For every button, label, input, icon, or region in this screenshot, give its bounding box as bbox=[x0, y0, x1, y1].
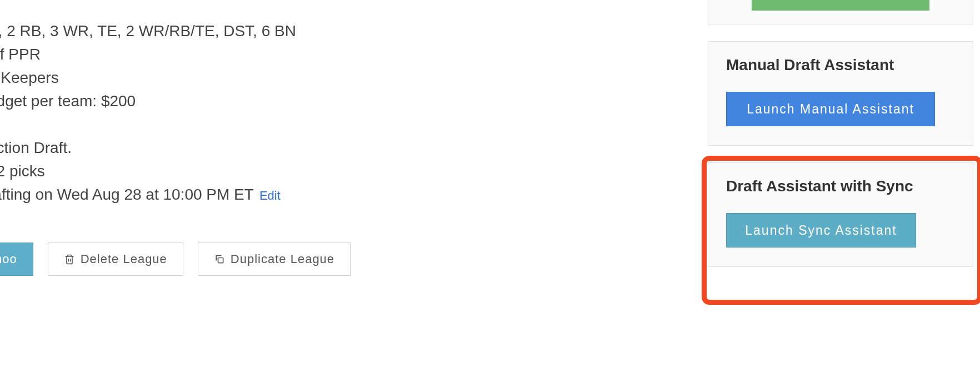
sync-draft-card: Draft Assistant with Sync Launch Sync As… bbox=[708, 162, 973, 267]
draft-time-line: rafting on Wed Aug 28 at 10:00 PM ET bbox=[0, 183, 254, 206]
launch-sync-assistant-label: Launch Sync Assistant bbox=[745, 223, 897, 238]
manual-draft-title: Manual Draft Assistant bbox=[708, 42, 973, 80]
launch-sync-assistant-button[interactable]: Launch Sync Assistant bbox=[726, 213, 916, 248]
sync-draft-title: Draft Assistant with Sync bbox=[708, 163, 973, 201]
scoring-line: alf PPR bbox=[0, 43, 556, 66]
mock-draft-card: Start a Mock Draft bbox=[708, 0, 973, 24]
duplicate-league-label: Duplicate League bbox=[231, 252, 334, 266]
yahoo-button-label: hoo bbox=[0, 252, 17, 266]
delete-league-label: Delete League bbox=[81, 252, 167, 266]
copy-icon bbox=[214, 254, 225, 265]
start-mock-draft-button[interactable]: Start a Mock Draft bbox=[752, 0, 929, 11]
delete-league-button[interactable]: Delete League bbox=[48, 243, 183, 276]
picks-line: 02 picks bbox=[0, 160, 556, 183]
keepers-line: o Keepers bbox=[0, 66, 556, 90]
edit-draft-time-link[interactable]: Edit bbox=[259, 186, 281, 205]
duplicate-league-button[interactable]: Duplicate League bbox=[198, 243, 351, 276]
sidebar: Start a Mock Draft Manual Draft Assistan… bbox=[708, 0, 973, 267]
draft-type-line: uction Draft. bbox=[0, 136, 556, 160]
trash-icon bbox=[64, 254, 75, 265]
budget-line: udget per team: $200 bbox=[0, 90, 556, 113]
league-action-row: hoo Delete League Duplicate League bbox=[0, 243, 556, 276]
roster-line: B, 2 RB, 3 WR, TE, 2 WR/RB/TE, DST, 6 BN bbox=[0, 19, 556, 43]
league-info-list: B, 2 RB, 3 WR, TE, 2 WR/RB/TE, DST, 6 BN… bbox=[0, 19, 556, 206]
manual-draft-card: Manual Draft Assistant Launch Manual Ass… bbox=[708, 41, 973, 146]
start-mock-draft-label: Start a Mock Draft bbox=[777, 0, 904, 2]
svg-rect-0 bbox=[218, 258, 223, 263]
league-details: B, 2 RB, 3 WR, TE, 2 WR/RB/TE, DST, 6 BN… bbox=[0, 19, 556, 276]
launch-manual-assistant-button[interactable]: Launch Manual Assistant bbox=[726, 92, 935, 126]
launch-manual-assistant-label: Launch Manual Assistant bbox=[747, 102, 914, 117]
yahoo-button[interactable]: hoo bbox=[0, 243, 33, 276]
